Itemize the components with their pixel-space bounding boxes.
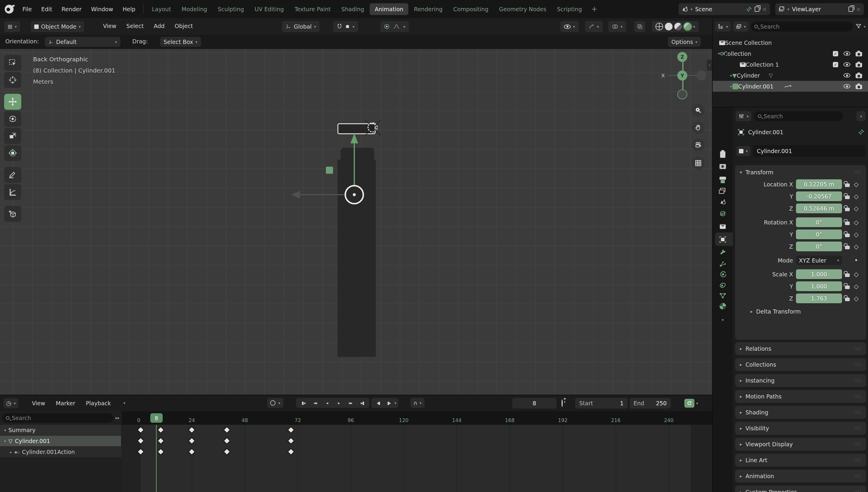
expand-icon[interactable]: ▾ xyxy=(4,439,6,443)
object-id-icon-button[interactable]: ▾ xyxy=(736,146,750,156)
channel-cylinder-001-action[interactable]: ▸ ◆◇ Cylinder.001Action xyxy=(0,447,122,457)
keyframe-diamond[interactable] xyxy=(157,437,164,444)
transform-value-field[interactable]: 0.52646 m xyxy=(796,203,842,213)
viewport-menu-add[interactable]: Add xyxy=(153,21,166,31)
tab-tool[interactable] xyxy=(713,149,733,161)
workspace-tab-sculpting[interactable]: Sculpting xyxy=(213,3,249,15)
current-frame-field[interactable]: 8 xyxy=(512,398,557,409)
outliner-row-cylinder-001[interactable]: ▸ Cylinder.001 xyxy=(713,81,868,92)
camera-icon[interactable] xyxy=(855,63,862,67)
dopesheet-keyframe-area[interactable] xyxy=(122,425,712,492)
axis-z-ball[interactable]: Z xyxy=(677,52,687,62)
tab-world[interactable] xyxy=(713,208,733,219)
lock-icon[interactable] xyxy=(845,273,850,277)
transform-value-field[interactable]: 0.12205 m xyxy=(796,179,842,189)
tab-physics[interactable] xyxy=(713,268,733,280)
transform-orientation-selector[interactable]: Global ▾ xyxy=(282,21,320,32)
step-forward-button[interactable]: ▮▸ xyxy=(384,398,394,408)
outliner-display-mode-button[interactable]: ▾ xyxy=(715,22,731,31)
transform-value-field[interactable]: 1.000 xyxy=(796,281,842,291)
lock-icon[interactable] xyxy=(845,246,850,249)
transform-value-field[interactable]: -0.20567 xyxy=(796,192,842,201)
outliner-filter-type-button[interactable]: ▾ xyxy=(733,22,749,31)
panel-motion-paths[interactable]: ▸Motion Paths∷∷ xyxy=(735,390,866,403)
keyframe-diamond[interactable] xyxy=(287,426,295,433)
expand-icon[interactable]: ▸ xyxy=(10,450,12,454)
drag-handle-icon[interactable]: ∷∷ xyxy=(854,458,862,463)
tool-rotate[interactable] xyxy=(4,111,21,127)
end-frame-field[interactable]: End 250 xyxy=(630,398,671,409)
options-dropdown[interactable]: Options ▾ xyxy=(668,37,701,47)
shading-material-button[interactable] xyxy=(674,23,682,30)
keyframe-diamond[interactable] xyxy=(188,437,195,444)
tool-scale[interactable] xyxy=(4,128,21,144)
jump-to-end-button[interactable]: ▸▮ xyxy=(356,398,368,408)
tool-measure[interactable] xyxy=(4,184,21,200)
drag-handle-icon[interactable]: ∷∷ xyxy=(854,426,862,431)
axis-x-neg-ball[interactable] xyxy=(697,71,706,80)
current-frame-badge[interactable]: 8 xyxy=(150,413,163,423)
outliner-row-collection[interactable]: ▾ Collection ✓ xyxy=(713,48,868,59)
keyframe-diamond-icon[interactable]: ◇ xyxy=(853,283,860,290)
expand-icon[interactable]: ▾ xyxy=(718,51,720,56)
add-workspace-button[interactable]: + xyxy=(587,4,602,14)
preview-range-toggle[interactable]: ∩ ▾ xyxy=(410,398,425,408)
auto-keying-toggle[interactable]: ▾ xyxy=(267,398,283,408)
transform-value-field[interactable]: 0° xyxy=(796,242,842,251)
workspace-tab-shading[interactable]: Shading xyxy=(336,3,369,15)
keyframe-diamond-icon[interactable]: ◇ xyxy=(853,295,860,302)
properties-search-input[interactable]: Search xyxy=(754,111,843,121)
viewlayer-name[interactable]: ViewLayer xyxy=(792,6,821,13)
outliner-row-scene-collection[interactable]: Scene Collection xyxy=(713,37,868,48)
keyframe-diamond[interactable] xyxy=(157,426,164,433)
lock-icon[interactable] xyxy=(845,286,850,289)
panel-shading[interactable]: ▸Shading∷∷ xyxy=(735,406,866,419)
axis-x-ball[interactable]: X xyxy=(658,71,668,80)
properties-editor-type-button[interactable]: ▾ xyxy=(736,111,751,121)
rotation-mode-dropdown[interactable]: XYZ Euler▾ xyxy=(796,255,842,265)
collapse-icon[interactable]: ▾ xyxy=(740,170,742,175)
workspace-tab-uv-editing[interactable]: UV Editing xyxy=(250,3,289,15)
step-back-button[interactable]: ◂▮ xyxy=(373,398,383,408)
timeline-menu-marker[interactable]: Marker xyxy=(55,398,76,408)
keyframe-diamond[interactable] xyxy=(287,437,295,444)
drag-handle-icon[interactable]: ∷∷ xyxy=(854,410,862,415)
topbar-menu-file[interactable]: File xyxy=(18,3,37,15)
lock-icon[interactable] xyxy=(845,222,850,225)
eye-icon[interactable] xyxy=(844,84,850,89)
drag-handle-icon[interactable]: ∷∷ xyxy=(854,362,862,368)
tab-object[interactable] xyxy=(713,233,733,245)
play-reverse-button[interactable]: ◂ xyxy=(321,398,333,408)
expand-width-icon[interactable]: ↔ xyxy=(115,415,119,421)
delta-transform-header[interactable]: ▸ Delta Transform xyxy=(735,305,866,317)
transform-value-field[interactable]: 1.763 xyxy=(796,294,842,303)
tool-annotate[interactable] xyxy=(4,167,21,183)
lock-icon[interactable] xyxy=(845,196,850,199)
orientation-setting-dropdown[interactable]: Default ▾ xyxy=(45,37,120,47)
drag-setting-dropdown[interactable]: Select Box ▾ xyxy=(160,37,201,47)
snap-controls[interactable]: ▾ xyxy=(333,21,358,32)
panel-custom-properties[interactable]: ▸Custom Properties∷∷ xyxy=(735,486,866,492)
viewport-menu-select[interactable]: Select xyxy=(125,21,145,31)
zoom-button[interactable] xyxy=(692,104,705,117)
tool-add-cube[interactable] xyxy=(4,206,21,222)
tab-strip-scroll[interactable]: ▾ xyxy=(713,314,733,326)
workspace-tab-geometry-nodes[interactable]: Geometry Nodes xyxy=(494,3,551,15)
keyframe-diamond[interactable] xyxy=(224,448,231,455)
gizmo-z-arrowhead[interactable] xyxy=(350,133,358,143)
lock-icon[interactable] xyxy=(845,183,850,187)
keyframe-diamond-icon[interactable]: ◇ xyxy=(853,219,860,226)
perspective-toggle-button[interactable] xyxy=(692,157,705,170)
outliner-search-input[interactable]: Search xyxy=(751,22,853,31)
play-button[interactable]: ▸ xyxy=(333,398,345,408)
drag-handle-icon[interactable]: ∷∷ xyxy=(854,170,862,175)
remove-viewlayer-icon[interactable]: × xyxy=(856,6,861,13)
keyframe-diamond[interactable] xyxy=(224,437,231,444)
workspace-tab-texture-paint[interactable]: Texture Paint xyxy=(289,3,336,15)
axis-z-neg-ball[interactable] xyxy=(677,89,687,99)
tab-output[interactable] xyxy=(713,172,733,184)
pan-button[interactable] xyxy=(692,121,705,134)
tab-particles[interactable] xyxy=(713,258,733,270)
panel-viewport-display[interactable]: ▸Viewport Display∷∷ xyxy=(735,438,866,451)
transform-value-field[interactable]: 0° xyxy=(796,229,842,239)
